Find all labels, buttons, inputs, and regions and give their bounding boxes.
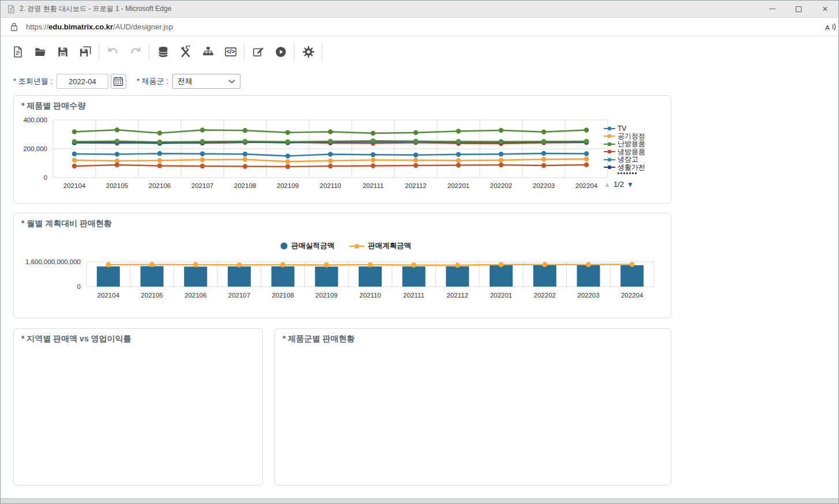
x-axis-label: 202109 (277, 182, 299, 189)
y-axis-label: 200,000 (23, 145, 47, 152)
bar (402, 266, 426, 287)
x-axis-label: 202108 (234, 182, 256, 189)
data-point (371, 152, 375, 157)
x-axis-label: 202202 (534, 292, 556, 299)
panel-product-sales: * 제품별 판매수량 0200,000400,00020210420210520… (13, 95, 671, 204)
legend-label: 생활가전 (618, 163, 645, 172)
toolbar-separator (99, 43, 99, 61)
data-point (456, 163, 461, 167)
data-point (328, 159, 333, 163)
svg-text:A: A (825, 24, 830, 31)
x-axis-label: 202111 (363, 182, 384, 189)
panel-title: * 제품별 판매수량 (21, 101, 85, 111)
data-point (285, 159, 290, 164)
y-axis-label: 0 (77, 283, 81, 290)
new-document-button[interactable] (11, 45, 25, 59)
data-point (456, 152, 461, 157)
x-axis-label: 202201 (447, 182, 469, 189)
data-source-button[interactable] (156, 45, 170, 59)
title-bar: 2. 경영 현황 대시보드 - 프로필 1 - Microsoft Edge × (1, 1, 838, 18)
data-point (541, 130, 546, 134)
bar (359, 266, 382, 287)
hierarchy-button[interactable] (201, 45, 215, 59)
data-point (243, 128, 247, 133)
x-axis-label: 202106 (185, 292, 206, 299)
data-point (115, 127, 119, 132)
toolbar-separator (322, 43, 322, 61)
data-point (413, 163, 418, 168)
url-prefix: https:// (26, 22, 48, 31)
data-point (328, 139, 333, 144)
toolbar-separator (294, 43, 295, 61)
data-point (584, 127, 589, 132)
x-axis-label: 202112 (447, 292, 469, 299)
data-point (157, 131, 162, 136)
data-point (371, 131, 375, 136)
chart-legend: 판매실적금액판매계획금액 (280, 241, 411, 251)
legend-label: 판매실적금액 (291, 241, 334, 251)
data-point (413, 153, 418, 157)
filter-row: * 조회년월 : * 제품군 : 전체 (13, 73, 240, 89)
bar (620, 265, 644, 287)
script-editor-button[interactable]: </> (224, 45, 238, 59)
calendar-button[interactable] (111, 74, 126, 89)
data-point (243, 157, 247, 161)
legend-page-down-icon[interactable]: ▼ (627, 180, 634, 189)
maximize-button[interactable] (785, 1, 812, 17)
legend-item[interactable]: 판매실적금액 (280, 241, 334, 251)
data-point (328, 129, 333, 134)
url-text[interactable]: https://edu.bimatrix.co.kr/AUD/designer.… (26, 22, 173, 31)
x-axis-label: 202203 (577, 292, 599, 299)
legend-item[interactable]: 생활가전 (604, 164, 657, 172)
y-axis-label: 1,600,000,000,000 (25, 258, 81, 265)
x-axis-label: 202104 (97, 292, 120, 299)
read-aloud-icon[interactable]: A (824, 22, 837, 32)
minimize-icon (769, 9, 776, 9)
legend-item[interactable]: 판매계획금액 (349, 241, 411, 251)
data-point (541, 151, 546, 156)
product-select[interactable]: 전체 (172, 74, 240, 89)
panel-region-sales: * 지역별 판매액 vs 영업이익률 (13, 328, 263, 486)
open-file-button[interactable] (33, 45, 47, 59)
run-button[interactable] (274, 45, 288, 59)
undo-button[interactable] (106, 45, 120, 59)
data-point (542, 262, 547, 267)
close-button[interactable]: × (812, 1, 838, 17)
settings-button[interactable] (302, 45, 315, 59)
horizontal-scrollbar[interactable] (1, 498, 838, 503)
code-icon: </> (224, 46, 238, 58)
data-point (280, 262, 285, 268)
product-sales-line-chart[interactable]: 0200,000400,0002021042021052021062021072… (17, 116, 617, 191)
toolbar-separator (149, 43, 149, 61)
monthly-plan-bar-chart[interactable]: 01,600,000,000,0002021042021052021062021… (17, 258, 669, 303)
data-point (200, 139, 205, 144)
legend-page-up-icon[interactable]: ▲ (604, 180, 611, 189)
redo-button[interactable] (129, 45, 142, 59)
data-point (72, 139, 77, 144)
panel-title: * 제품군별 판매현황 (283, 334, 355, 344)
data-point (541, 139, 546, 144)
legend-label: 판매계획금액 (368, 241, 411, 251)
save-button[interactable] (56, 45, 70, 59)
x-axis-label: 202202 (490, 182, 512, 189)
play-icon (274, 46, 287, 58)
x-axis-label: 202109 (315, 292, 337, 299)
data-point (157, 163, 162, 168)
data-point (285, 130, 290, 135)
data-point (149, 262, 155, 267)
date-filter-label: * 조회년월 : (13, 76, 52, 86)
minimize-button[interactable] (759, 1, 785, 17)
save-all-button[interactable] (78, 45, 92, 59)
edit-button[interactable] (251, 45, 265, 59)
url-domain: edu.bimatrix.co.kr (48, 22, 113, 31)
date-input[interactable] (57, 74, 108, 89)
tools-button[interactable] (179, 45, 193, 59)
site-lock-icon[interactable] (10, 22, 18, 32)
data-point (411, 262, 416, 268)
document-icon (6, 5, 16, 14)
calendar-icon (113, 76, 123, 86)
database-icon (157, 46, 170, 58)
data-point (157, 140, 162, 144)
address-bar[interactable]: https://edu.bimatrix.co.kr/AUD/designer.… (1, 18, 838, 36)
data-point (499, 158, 503, 163)
